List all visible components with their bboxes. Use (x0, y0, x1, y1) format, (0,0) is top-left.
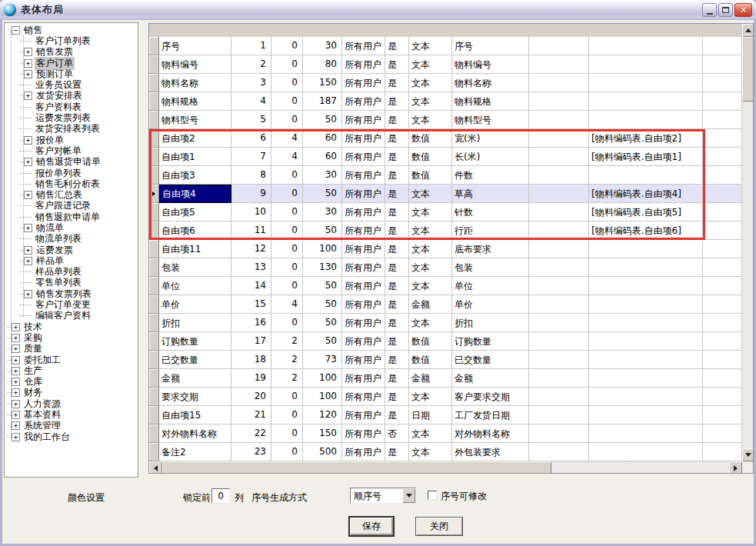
grid-cell[interactable]: 对外物料名称 (159, 424, 231, 443)
grid-cell[interactable]: 4 (271, 148, 303, 166)
grid-cell[interactable]: 20 (231, 388, 271, 406)
grid-cell[interactable]: 是 (385, 295, 409, 314)
grid-cell[interactable]: 0 (271, 55, 303, 74)
row-header[interactable] (149, 166, 159, 185)
row-header[interactable] (149, 443, 159, 461)
grid-cell[interactable] (529, 148, 589, 166)
grid-cell[interactable]: 所有用户 (342, 443, 385, 461)
grid-cell[interactable]: 0 (271, 258, 303, 277)
grid-cell[interactable]: 所有用户 (342, 55, 385, 74)
grid-cell[interactable]: 0 (271, 37, 303, 55)
grid-cell[interactable]: 30 (303, 166, 342, 185)
grid-cell[interactable]: 是 (385, 166, 409, 185)
grid-cell[interactable]: 30 (303, 37, 342, 55)
grid-cell[interactable]: 100 (303, 240, 342, 258)
grid-cell[interactable]: 所有用户 (342, 74, 385, 92)
grid-cell[interactable]: [物料编码表.自由项1] (589, 148, 703, 166)
grid-cell[interactable]: 自由项11 (159, 240, 231, 258)
vertical-scrollbar[interactable] (742, 24, 754, 461)
grid-cell[interactable]: 是 (385, 111, 409, 129)
expand-icon[interactable]: + (12, 345, 20, 353)
grid-cell[interactable]: 底布要求 (452, 240, 529, 258)
row-header[interactable] (149, 148, 159, 166)
titlebar[interactable]: 表体布局 ✕ (0, 0, 756, 20)
grid-cell[interactable]: 数值 (409, 332, 452, 351)
grid-cell[interactable]: 15 (231, 295, 271, 314)
grid-cell[interactable]: 所有用户 (342, 148, 385, 166)
grid-cell[interactable] (703, 388, 742, 406)
expand-icon[interactable]: + (24, 257, 32, 265)
grid-cell[interactable]: 0 (271, 388, 303, 406)
grid-cell[interactable]: 6 (231, 129, 271, 148)
grid-cell[interactable]: 文本 (409, 443, 452, 461)
row-header[interactable] (149, 295, 159, 314)
grid-cell[interactable]: 0 (271, 406, 303, 424)
grid-cell[interactable]: 4 (231, 92, 271, 111)
grid-cell[interactable]: 所有用户 (342, 351, 385, 369)
grid-cell[interactable] (529, 295, 589, 314)
grid-cell[interactable]: 50 (303, 295, 342, 314)
horizontal-scroll-thumb[interactable] (162, 461, 551, 474)
grid-cell[interactable]: 文本 (409, 74, 452, 92)
tree-item[interactable]: +我的工作台 (5, 431, 138, 442)
expand-icon[interactable]: + (24, 224, 32, 232)
grid-cell[interactable]: 文本 (409, 37, 452, 55)
grid-cell[interactable]: 0 (271, 277, 303, 295)
grid-cell[interactable]: 文本 (409, 424, 452, 443)
serial-mode-select[interactable]: 顺序号 (350, 488, 416, 504)
maximize-button[interactable] (718, 3, 733, 17)
grid-cell[interactable]: 50 (303, 277, 342, 295)
row-header[interactable] (149, 258, 159, 277)
grid-cell[interactable] (529, 203, 589, 221)
grid-cell[interactable]: 金额 (452, 369, 529, 388)
grid-cell[interactable]: 文本 (409, 388, 452, 406)
grid-cell[interactable]: 自由项3 (159, 166, 231, 185)
expand-icon[interactable]: + (24, 48, 32, 56)
grid-cell[interactable]: 序号 (452, 37, 529, 55)
grid-cell[interactable]: 自由项1 (159, 148, 231, 166)
grid-cell[interactable]: 是 (385, 129, 409, 148)
grid-cell[interactable] (703, 443, 742, 461)
grid-cell[interactable]: 0 (271, 424, 303, 443)
row-header[interactable] (149, 277, 159, 295)
grid-cell[interactable] (529, 111, 589, 129)
grid-cell[interactable]: 订购数量 (159, 332, 231, 351)
grid-cell[interactable]: 8 (231, 166, 271, 185)
row-header[interactable] (149, 406, 159, 424)
grid-cell[interactable] (703, 369, 742, 388)
expand-icon[interactable]: + (12, 334, 20, 342)
grid-cell[interactable]: 文本 (409, 111, 452, 129)
grid-cell[interactable]: 23 (231, 443, 271, 461)
grid-cell[interactable]: 折扣 (159, 314, 231, 332)
grid-cell[interactable]: 金额 (409, 369, 452, 388)
grid-cell[interactable] (529, 443, 589, 461)
grid-cell[interactable]: 0 (271, 111, 303, 129)
grid-cell[interactable]: 12 (231, 240, 271, 258)
grid-cell[interactable] (529, 388, 589, 406)
grid-cell[interactable]: 所有用户 (342, 37, 385, 55)
expand-icon[interactable]: + (12, 323, 20, 331)
grid-cell[interactable]: 文本 (409, 258, 452, 277)
grid-cell[interactable]: 所有用户 (342, 388, 385, 406)
grid-cell[interactable] (703, 295, 742, 314)
grid-cell[interactable]: 1 (231, 37, 271, 55)
grid-cell[interactable] (589, 258, 703, 277)
grid-cell[interactable]: 是 (385, 406, 409, 424)
expand-icon[interactable]: + (24, 246, 32, 255)
grid-cell[interactable]: 是 (385, 258, 409, 277)
grid-cell[interactable]: 0 (271, 221, 303, 240)
grid-cell[interactable]: 是 (385, 221, 409, 240)
grid-cell[interactable]: 21 (231, 406, 271, 424)
grid-cell[interactable] (529, 185, 589, 203)
grid-cell[interactable]: 文本 (409, 277, 452, 295)
grid-cell[interactable]: 文本 (409, 314, 452, 332)
grid-cell[interactable]: 金额 (159, 369, 231, 388)
grid-cell[interactable]: 行距 (452, 221, 529, 240)
grid-cell[interactable] (529, 74, 589, 92)
grid-cell[interactable]: 所有用户 (342, 129, 385, 148)
grid-cell[interactable] (703, 166, 742, 185)
grid-cell[interactable]: 草高 (452, 185, 529, 203)
grid-cell[interactable] (589, 406, 703, 424)
grid-cell[interactable]: 要求交期 (159, 388, 231, 406)
grid-cell[interactable]: 是 (385, 240, 409, 258)
